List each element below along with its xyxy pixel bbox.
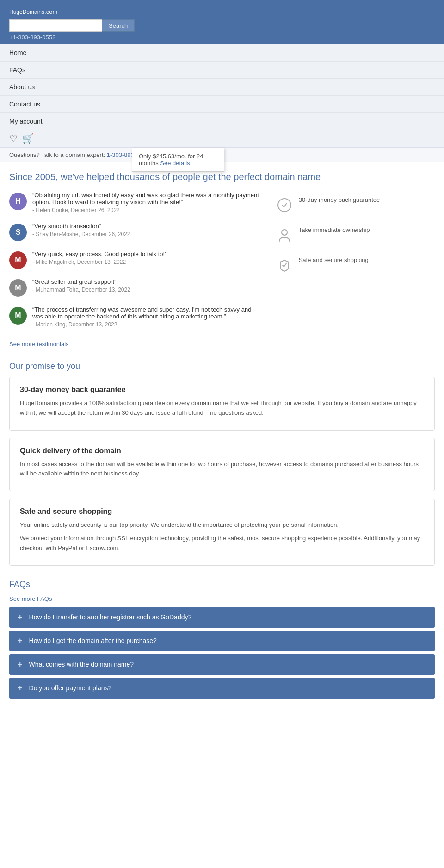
promise-card-2-text-0: Your online safety and security is our t… (20, 520, 424, 530)
promise-card-1-text-0: In most cases access to the domain will … (20, 460, 424, 479)
testimonials-col: H “Obtaining my url. was incredibly easy… (9, 192, 263, 348)
quote-2: “Very quick, easy process. Good people t… (32, 250, 167, 257)
testimonial-4: M “The process of transferring was aweso… (9, 306, 263, 328)
nav-item-faqs[interactable]: FAQs (0, 62, 444, 79)
nav-item-myaccount[interactable]: My account (0, 113, 444, 130)
faq-item-2[interactable]: + What comes with the domain name? (9, 654, 435, 675)
features-col: 30-day money back guarantee Take immedia… (277, 192, 435, 348)
feature-label-2: Safe and secure shopping (299, 256, 369, 263)
author-1: - Shay Ben-Moshe, December 26, 2022 (32, 231, 130, 237)
questions-bar: Questions? Talk to a domain expert: 1-30… (0, 147, 444, 162)
nav-item-about[interactable]: About us (0, 79, 444, 96)
feature-2: Safe and secure shopping (277, 256, 435, 276)
testimonial-2: M “Very quick, easy process. Good people… (9, 250, 263, 269)
logo: HugeDomains.com (9, 5, 435, 17)
search-bar: Search (9, 19, 435, 32)
avatar-1: S (9, 224, 27, 241)
feature-label-1: Take immediate ownership (299, 226, 370, 233)
faqs-section: FAQs See more FAQs + How do I transfer t… (9, 580, 435, 699)
svg-point-0 (278, 199, 291, 212)
avatar-0: H (9, 193, 27, 210)
svg-point-1 (282, 230, 287, 235)
phone-number: +1-303-893-0552 (9, 34, 435, 41)
testimonial-3: M “Great seller and great support” - Muh… (9, 278, 263, 297)
quote-3: “Great seller and great support” (32, 278, 130, 285)
faq-item-3[interactable]: + Do you offer payment plans? (9, 678, 435, 699)
promise-card-1-title: Quick delivery of the domain (20, 447, 424, 455)
header: HugeDomains.com Search +1-303-893-0552 (0, 0, 444, 44)
tooltip-box: Only $245.63/mo. for 24 months See detai… (132, 148, 224, 172)
faq-plus-icon-2: + (18, 660, 23, 669)
feature-label-0: 30-day money back guarantee (299, 196, 380, 203)
promise-card-0: 30-day money back guarantee HugeDomains … (9, 377, 435, 431)
questions-text: Questions? Talk to a domain expert: (9, 151, 105, 158)
secure-shopping-icon (277, 257, 292, 276)
quote-4: “The process of transferring was awesome… (32, 306, 263, 320)
page-title: Since 2005, we've helped thousands of pe… (9, 172, 435, 182)
tooltip-link[interactable]: See details (160, 160, 190, 167)
nav-item-contact[interactable]: Contact us (0, 96, 444, 113)
our-promise-title: Our promise to you (9, 362, 435, 371)
see-more-faqs[interactable]: See more FAQs (9, 595, 52, 602)
heart-icon[interactable]: ♡ (9, 133, 18, 144)
faq-label-2: What comes with the domain name? (29, 661, 134, 668)
promise-card-0-text-0: HugeDomains provides a 100% satisfaction… (20, 399, 424, 418)
faq-label-3: Do you offer payment plans? (29, 684, 112, 692)
faq-plus-icon-0: + (18, 612, 23, 622)
money-back-icon (277, 197, 292, 216)
two-col-section: H “Obtaining my url. was incredibly easy… (9, 192, 435, 348)
author-0: - Helen Cooke, December 26, 2022 (32, 207, 263, 213)
promise-card-2: Safe and secure shopping Your online saf… (9, 499, 435, 565)
quote-1: “Very smooth transaction” (32, 223, 130, 230)
main-content: Since 2005, we've helped thousands of pe… (0, 162, 444, 715)
avatar-4: M (9, 307, 27, 325)
nav-menu: Home FAQs About us Contact us My account… (0, 44, 444, 147)
logo-suffix: .com (44, 8, 57, 15)
promise-card-0-title: 30-day money back guarantee (20, 386, 424, 394)
testimonial-0: H “Obtaining my url. was incredibly easy… (9, 192, 263, 213)
search-button[interactable]: Search (102, 19, 135, 32)
see-more-testimonials[interactable]: See more testimonials (9, 341, 69, 348)
author-3: - Muhammad Toha, December 13, 2022 (32, 287, 130, 293)
testimonial-1: S “Very smooth transaction” - Shay Ben-M… (9, 223, 263, 241)
logo-text: HugeDomains (9, 9, 44, 15)
faq-plus-icon-1: + (18, 636, 23, 646)
promise-card-1: Quick delivery of the domain In most cas… (9, 438, 435, 492)
faqs-title: FAQs (9, 580, 435, 589)
feature-0: 30-day money back guarantee (277, 196, 435, 216)
faq-item-1[interactable]: + How do I get the domain after the purc… (9, 631, 435, 651)
search-input[interactable] (9, 19, 102, 32)
faq-plus-icon-3: + (18, 683, 23, 693)
nav-icons: ♡ 🛒 (0, 130, 444, 147)
promise-card-2-text-1: We protect your information through SSL … (20, 534, 424, 553)
avatar-2: M (9, 251, 27, 269)
cart-icon[interactable]: 🛒 (22, 133, 34, 144)
avatar-3: M (9, 279, 27, 297)
faq-item-0[interactable]: + How do I transfer to another registrar… (9, 607, 435, 628)
author-4: - Marlon King, December 13, 2022 (32, 321, 263, 328)
author-2: - Mike Magolnick, December 13, 2022 (32, 259, 167, 265)
faq-label-1: How do I get the domain after the purcha… (29, 637, 157, 644)
promise-card-2-title: Safe and secure shopping (20, 507, 424, 516)
nav-item-home[interactable]: Home (0, 44, 444, 62)
ownership-icon (277, 227, 292, 246)
faq-label-0: How do I transfer to another registrar s… (29, 613, 192, 621)
feature-1: Take immediate ownership (277, 226, 435, 246)
quote-0: “Obtaining my url. was incredibly easy a… (32, 192, 263, 206)
